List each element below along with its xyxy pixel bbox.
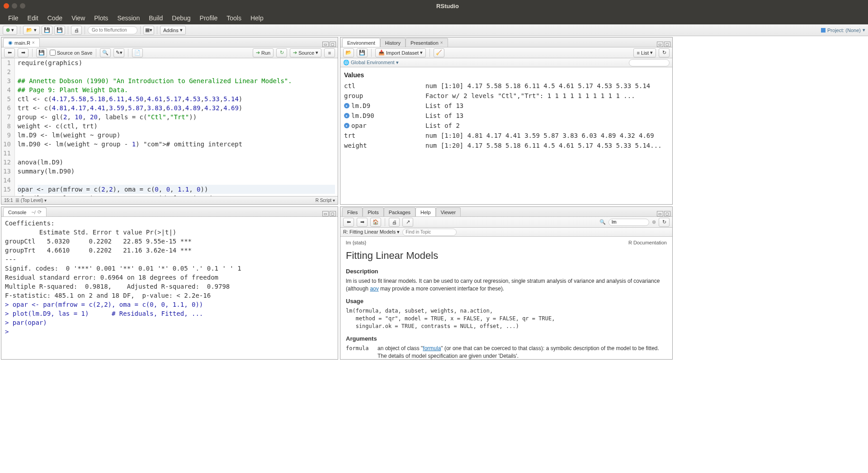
tab-environment[interactable]: Environment (342, 38, 380, 47)
help-back-button[interactable]: ⬅ (343, 218, 354, 227)
grid-button[interactable]: ▦▾ (143, 26, 154, 35)
env-var-name: lm.D9 (351, 101, 370, 111)
env-scope-dropdown[interactable]: 🌐 Global Environment ▾ (343, 60, 399, 66)
env-row[interactable]: trtnum [1:10] 4.81 4.17 4.41 3.59 5.87 3… (344, 131, 669, 140)
back-button[interactable]: ⬅ (4, 48, 15, 57)
run-button[interactable]: ➔ Run (253, 48, 274, 57)
env-row[interactable]: ▸oparList of 2 (344, 121, 669, 131)
notebook-button[interactable]: 📄 (132, 48, 143, 57)
help-breadcrumb[interactable]: R: Fitting Linear Models ▾ (343, 229, 400, 235)
open-file-button[interactable]: 📂▾ (23, 26, 40, 35)
help-refresh-button[interactable]: ↻ (659, 218, 670, 227)
env-var-value: num [1:10] 4.17 5.58 5.18 6.11 4.5 4.61 … (425, 81, 669, 91)
menu-code[interactable]: Code (43, 13, 67, 23)
env-row[interactable]: ▸lm.D90List of 13 (344, 111, 669, 121)
tab-files[interactable]: Files (342, 207, 363, 216)
refresh-env-button[interactable]: ↻ (659, 48, 670, 57)
menu-session[interactable]: Session (113, 13, 144, 23)
source-pane: ◉ main.R × ▭ ▢ ⬅ ➡ 💾 Source on Save 🔍 ✎▾… (1, 37, 338, 205)
pane-minimize-icon[interactable]: ▭ (322, 42, 329, 47)
close-tab-icon[interactable]: × (32, 40, 35, 45)
new-file-button[interactable]: ⊕▾ (3, 26, 17, 35)
menu-view[interactable]: View (67, 13, 90, 23)
help-popout-button[interactable]: ↗ (402, 218, 413, 227)
expand-icon[interactable]: ▸ (344, 113, 349, 118)
menu-file[interactable]: File (4, 13, 23, 23)
menu-help[interactable]: Help (246, 13, 268, 23)
tab-packages[interactable]: Packages (384, 207, 415, 216)
save-all-button[interactable]: 💾 (54, 26, 65, 35)
find-button[interactable]: 🔍 (100, 48, 111, 57)
save-source-button[interactable]: 💾 (36, 48, 47, 57)
menu-tools[interactable]: Tools (222, 13, 246, 23)
pane-maximize-icon[interactable]: ▢ (664, 42, 670, 47)
scope-indicator[interactable]: ☰ (Top Level) ▾ (15, 198, 47, 203)
menu-edit[interactable]: Edit (23, 13, 43, 23)
pane-maximize-icon[interactable]: ▢ (664, 211, 670, 216)
project-icon (821, 28, 826, 33)
addins-button[interactable]: Addins ▾ (160, 26, 186, 35)
window-maximize-button[interactable] (20, 3, 25, 9)
tab-history[interactable]: History (380, 38, 406, 47)
find-in-topic-input[interactable] (402, 229, 457, 236)
help-print-button[interactable]: 🖨 (389, 218, 400, 227)
env-search-input[interactable] (629, 59, 670, 66)
help-content[interactable]: lm {stats} R Documentation Fitting Linea… (340, 237, 672, 359)
help-usage-heading: Usage (346, 297, 667, 305)
help-description-text: lm is used to fit linear models. It can … (346, 277, 667, 293)
expand-icon[interactable]: ▸ (344, 103, 349, 108)
load-workspace-button[interactable]: 📂 (343, 48, 354, 57)
wand-button[interactable]: ✎▾ (113, 48, 124, 57)
save-workspace-button[interactable]: 💾 (357, 48, 368, 57)
expand-icon[interactable]: ▸ (344, 123, 349, 128)
save-button[interactable]: 💾 (42, 26, 52, 35)
tab-presentation[interactable]: Presentation × (406, 38, 448, 47)
env-row[interactable]: ctlnum [1:10] 4.17 5.58 5.18 6.11 4.5 4.… (344, 81, 669, 91)
env-row[interactable]: weightnum [1:20] 4.17 5.58 5.18 6.11 4.5… (344, 140, 669, 150)
pane-maximize-icon[interactable]: ▢ (330, 211, 336, 216)
pane-maximize-icon[interactable]: ▢ (330, 42, 336, 47)
tab-plots[interactable]: Plots (363, 207, 383, 216)
env-row[interactable]: groupFactor w/ 2 levels "Ctl","Trt": 1 1… (344, 91, 669, 101)
pane-minimize-icon[interactable]: ▭ (657, 42, 663, 47)
close-icon[interactable]: × (440, 40, 443, 45)
rerun-button[interactable]: ↻ (276, 48, 287, 57)
menu-debug[interactable]: Debug (167, 13, 195, 23)
menubar: File Edit Code View Plots Session Build … (0, 12, 868, 24)
import-dataset-button[interactable]: 📥 Import Dataset ▾ (375, 48, 426, 57)
menu-build[interactable]: Build (144, 13, 167, 23)
outline-button[interactable]: ≡ (324, 48, 335, 57)
help-home-button[interactable]: 🏠 (370, 218, 381, 227)
project-menu[interactable]: Project: (None) ▾ (821, 27, 865, 33)
code-editor[interactable]: 12345678910111213141516 require(graphics… (1, 58, 338, 196)
clear-search-icon[interactable]: ⊗ (652, 219, 656, 225)
pane-minimize-icon[interactable]: ▭ (657, 211, 663, 216)
pane-minimize-icon[interactable]: ▭ (322, 211, 329, 216)
print-button[interactable]: 🖨 (71, 26, 82, 35)
window-titlebar: RStudio (0, 0, 868, 12)
goto-file-input[interactable] (88, 26, 137, 34)
env-var-value: num [1:20] 4.17 5.58 5.18 6.11 4.5 4.61 … (425, 140, 669, 150)
file-type-indicator[interactable]: R Script ▾ (316, 198, 335, 203)
menu-profile[interactable]: Profile (195, 13, 222, 23)
tab-help[interactable]: Help (415, 207, 436, 216)
window-close-button[interactable] (4, 3, 9, 9)
help-forward-button[interactable]: ➡ (357, 218, 368, 227)
clear-workspace-button[interactable]: 🧹 (434, 48, 444, 57)
tab-viewer[interactable]: Viewer (436, 207, 461, 216)
source-on-save-checkbox[interactable]: Source on Save (50, 50, 92, 56)
list-view-button[interactable]: ≡ List ▾ (633, 48, 656, 57)
help-search-input[interactable] (609, 219, 649, 226)
window-minimize-button[interactable] (12, 3, 17, 9)
env-var-value: num [1:10] 4.81 4.17 4.41 3.59 5.87 3.83… (425, 131, 669, 140)
source-button[interactable]: ➔ Source ▾ (290, 48, 321, 57)
forward-button[interactable]: ➡ (18, 48, 28, 57)
menu-plots[interactable]: Plots (90, 13, 113, 23)
tab-console[interactable]: Console ~/ ⟳ (3, 207, 47, 216)
source-tab-main[interactable]: ◉ main.R × (3, 38, 40, 47)
env-row[interactable]: ▸lm.D9List of 13 (344, 101, 669, 111)
clear-console-icon[interactable]: ⟳ (38, 209, 42, 215)
help-link[interactable]: formula (423, 345, 441, 351)
aov-link[interactable]: aov (370, 286, 378, 292)
console-output[interactable]: Coefficients: Estimate Std. Error t valu… (1, 217, 338, 359)
